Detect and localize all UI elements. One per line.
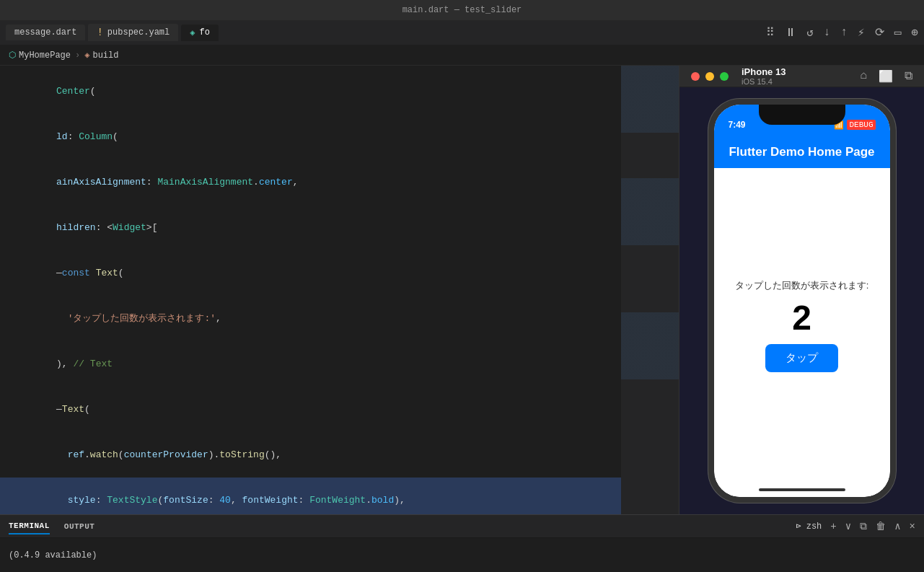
code-line: Center(: [0, 69, 621, 114]
panel-content: (0.4.9 available): [0, 538, 924, 572]
device-container: 7:49 📶 DEBUG Flutter Demo Home Page タップし…: [679, 87, 924, 514]
tab-pubspec[interactable]: ! pubspec.yaml: [88, 24, 178, 41]
phone-app-title: Flutter Demo Home Page: [729, 145, 874, 159]
code-line: hildren: <Widget>[: [0, 205, 621, 250]
tab-output[interactable]: OUTPUT: [64, 519, 95, 534]
iphone-screen: 7:49 📶 DEBUG Flutter Demo Home Page タップし…: [714, 105, 890, 497]
lightning-icon[interactable]: ⚡: [858, 25, 865, 40]
tab-main-icon: ◈: [190, 27, 195, 38]
device-header: iPhone 13 iOS 15.4 ⌂ ⬜ ⧉: [679, 66, 924, 87]
code-line: ld: Column(: [0, 114, 621, 159]
breadcrumb: ⬡ MyHomePage › ◈ build: [0, 45, 924, 66]
close-panel-btn[interactable]: ×: [910, 521, 915, 532]
window-controls: [691, 72, 729, 81]
tab-pubspec-dot: !: [97, 27, 102, 38]
code-line: 'タップした回数が表示されます:',: [0, 296, 621, 341]
phone-time: 7:49: [729, 120, 746, 130]
phone-content: タップした回数が表示されます: 2 タップ: [714, 168, 890, 483]
homepage-icon: ⬡: [9, 50, 16, 61]
phone-app-bar: Flutter Demo Home Page: [714, 136, 890, 168]
upload-icon[interactable]: ↑: [840, 26, 848, 39]
split-terminal-btn[interactable]: ∨: [845, 520, 851, 532]
device-os: iOS 15.4: [742, 77, 853, 86]
tab-main[interactable]: ◈ fo: [181, 25, 219, 41]
code-line: —Text(: [0, 387, 621, 432]
code-content: Center( ld: Column( ainAxisAlignment: Ma…: [0, 66, 621, 514]
pause-icon[interactable]: ⏸: [785, 26, 796, 40]
code-editor[interactable]: Center( ld: Column( ainAxisAlignment: Ma…: [0, 66, 621, 514]
search-icon[interactable]: ⊕: [911, 25, 918, 40]
screenshot-icon[interactable]: ⬜: [879, 69, 893, 84]
scroll-up-btn[interactable]: ∧: [894, 520, 900, 532]
code-line: —const Text(: [0, 250, 621, 296]
home-bar: [759, 488, 845, 491]
refresh-icon[interactable]: ⟳: [875, 25, 884, 40]
breadcrumb-build[interactable]: ◈ build: [84, 50, 118, 61]
shell-label: ⊳ zsh: [796, 521, 822, 532]
tab-pubspec-label: pubspec.yaml: [107, 27, 170, 38]
rect-icon[interactable]: ▭: [894, 25, 902, 40]
title-bar-text: main.dart — test_slider: [402, 5, 522, 15]
trash-btn[interactable]: 🗑: [876, 521, 886, 532]
code-line: ref.watch(counterProvider).toString(),: [0, 432, 621, 478]
breadcrumb-sep: ›: [75, 50, 80, 61]
panel-actions: ⊳ zsh + ∨ ⧉ 🗑 ∧ ×: [796, 520, 915, 532]
tab-bar: message.dart ! pubspec.yaml ◈ fo ⠿ ⏸ ↺ ↓…: [0, 20, 924, 45]
title-bar: main.dart — test_slider: [0, 0, 924, 20]
minimap-content: [621, 66, 679, 514]
close-button[interactable]: [691, 72, 700, 81]
code-line: ), // Text: [0, 341, 621, 387]
home-icon[interactable]: ⌂: [860, 69, 867, 84]
rotate-icon[interactable]: ⧉: [905, 69, 912, 84]
phone-home-indicator: [714, 483, 890, 497]
iphone-notch: [759, 105, 845, 125]
split-editor-btn[interactable]: ⧉: [860, 521, 867, 532]
tab-message[interactable]: message.dart: [6, 25, 85, 40]
phone-counter: 2: [792, 301, 811, 335]
download-icon[interactable]: ↓: [824, 26, 831, 39]
new-terminal-btn[interactable]: +: [830, 521, 836, 532]
device-title-area: iPhone 13 iOS 15.4: [742, 66, 853, 86]
bottom-panel: TERMINAL OUTPUT ⊳ zsh + ∨ ⧉ 🗑 ∧ × (0.4.9…: [0, 514, 924, 572]
maximize-button[interactable]: [720, 72, 729, 81]
debug-badge: DEBUG: [847, 120, 875, 130]
reload-icon[interactable]: ↺: [806, 25, 814, 40]
panel-tabs: TERMINAL OUTPUT ⊳ zsh + ∨ ⧉ 🗑 ∧ ×: [0, 515, 924, 538]
terminal-output: (0.4.9 available): [9, 550, 97, 560]
tab-main-label: fo: [199, 27, 209, 38]
minimize-button[interactable]: [705, 72, 714, 81]
minimap: [621, 66, 679, 514]
device-icons: ⌂ ⬜ ⧉: [860, 69, 912, 84]
main-area: Center( ld: Column( ainAxisAlignment: Ma…: [0, 66, 924, 514]
code-line: ainAxisAlignment: MainAxisAlignment.cent…: [0, 159, 621, 205]
device-panel: iPhone 13 iOS 15.4 ⌂ ⬜ ⧉ 7:49 📶: [679, 66, 924, 514]
iphone-frame: 7:49 📶 DEBUG Flutter Demo Home Page タップし…: [708, 99, 896, 503]
code-line-highlighted: style: TextStyle(fontSize: 40, fontWeigh…: [0, 478, 621, 514]
phone-tap-button[interactable]: タップ: [765, 344, 838, 372]
tab-message-label: message.dart: [14, 27, 76, 38]
grid-icon[interactable]: ⠿: [766, 25, 775, 40]
breadcrumb-homepage[interactable]: ⬡ MyHomePage: [9, 50, 71, 61]
device-name: iPhone 13: [742, 66, 853, 77]
phone-label: タップした回数が表示されます:: [735, 279, 869, 292]
build-icon: ◈: [84, 50, 89, 61]
tab-terminal[interactable]: TERMINAL: [9, 519, 50, 534]
